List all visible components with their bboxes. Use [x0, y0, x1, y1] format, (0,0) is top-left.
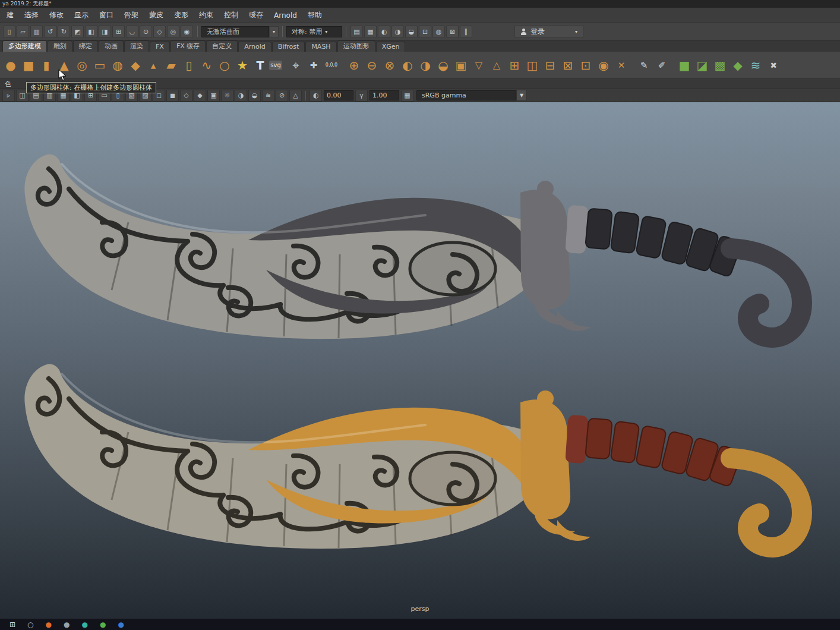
shelf-tab[interactable]: 动画: [99, 40, 124, 52]
shelf-poly-cylinder-icon[interactable]: ▮: [37, 54, 55, 77]
chevron-down-icon[interactable]: ▼: [516, 90, 527, 101]
shelf-uv-layout-icon[interactable]: ▩: [711, 54, 729, 77]
select-hierarchy-icon[interactable]: ◩: [71, 26, 84, 38]
shelf-wave-deform-icon[interactable]: ≋: [747, 54, 765, 77]
shelf-poly-pipe-icon[interactable]: ▯: [180, 54, 198, 77]
shelf-reduce-icon[interactable]: ▽: [470, 54, 488, 77]
menu-item[interactable]: 骨架: [119, 10, 144, 20]
menu-item[interactable]: 变形: [169, 10, 194, 20]
shelf-tab[interactable]: 雕刻: [48, 40, 72, 52]
symmetry-dropdown[interactable]: 对称: 禁用 ▾: [286, 26, 342, 37]
shelf-poly-platonic-icon[interactable]: ◆: [127, 54, 144, 77]
login-button[interactable]: 登录 ▾: [514, 25, 583, 38]
gamma-icon[interactable]: γ: [355, 90, 368, 102]
open-scene-icon[interactable]: ▱: [17, 26, 29, 38]
shelf-mirror-icon[interactable]: ◫: [523, 54, 541, 77]
wireframe-icon[interactable]: ◇: [180, 90, 192, 102]
separator[interactable]: [282, 54, 287, 77]
shelf-bevel-icon[interactable]: ⊟: [541, 54, 559, 77]
shelf-poly-helix-icon[interactable]: ∿: [198, 54, 216, 77]
taskbar-app-blue-icon[interactable]: ●: [118, 621, 124, 628]
xray-icon[interactable]: ⊘: [276, 90, 288, 102]
separator[interactable]: [340, 54, 345, 77]
taskbar-app-green-icon[interactable]: ●: [100, 621, 106, 628]
shelf-poly-plane-icon[interactable]: ▭: [91, 54, 109, 77]
render-view-icon[interactable]: ▦: [364, 26, 377, 38]
shadows-icon[interactable]: ◑: [235, 90, 247, 102]
snap-point-icon[interactable]: ⊙: [140, 26, 152, 38]
taskbar-app-gray-icon[interactable]: ●: [64, 621, 70, 628]
gamma-field[interactable]: 1.00: [370, 90, 399, 100]
menu-item[interactable]: 建: [1, 10, 19, 20]
shelf-quadrangulate-icon[interactable]: ⊞: [506, 54, 523, 77]
shelf-uv-unfold-icon[interactable]: ◪: [693, 54, 711, 77]
menu-item[interactable]: 修改: [44, 10, 69, 20]
taskbar-app-orange-icon[interactable]: ●: [46, 621, 52, 628]
safe-title-icon[interactable]: ◼: [166, 90, 179, 102]
shaded-icon[interactable]: ◆: [194, 90, 206, 102]
shelf-axis-align-icon[interactable]: ✚: [305, 54, 323, 77]
menu-item[interactable]: 控制: [219, 10, 244, 20]
snap-grid-icon[interactable]: ⊞: [112, 26, 125, 38]
shelf-poly-disc-icon[interactable]: ◍: [109, 54, 127, 77]
menu-item[interactable]: 约束: [194, 10, 219, 20]
menu-item[interactable]: Arnold: [269, 11, 302, 20]
separator[interactable]: [630, 54, 635, 77]
color-management-icon[interactable]: ▦: [401, 90, 413, 102]
shelf-uv-editor-icon[interactable]: ■: [675, 54, 693, 77]
exposure-icon[interactable]: ◐: [310, 90, 322, 102]
taskbar-search-icon[interactable]: ○: [27, 621, 33, 628]
menu-item[interactable]: 窗口: [94, 10, 119, 20]
shelf-boolean-union-icon[interactable]: ◐: [399, 54, 416, 77]
shelf-bridge-icon[interactable]: ⊠: [559, 54, 577, 77]
shelf-triangulate-icon[interactable]: △: [488, 54, 506, 77]
shelf-tab[interactable]: FX: [150, 42, 170, 52]
shelf-delete-history-icon[interactable]: ✖: [765, 54, 782, 77]
render-settings-icon[interactable]: ◒: [405, 26, 418, 38]
render-current-frame-icon[interactable]: ◐: [378, 26, 390, 38]
shelf-snap-align-icon[interactable]: ⌖: [287, 54, 305, 77]
shelf-boolean-difference-icon[interactable]: ◑: [416, 54, 434, 77]
isolate-select-icon[interactable]: △: [289, 90, 302, 102]
menu-item[interactable]: 选择: [19, 10, 44, 20]
new-scene-icon[interactable]: ▯: [3, 26, 15, 38]
view-transform-dropdown[interactable]: sRGB gamma ▼: [416, 90, 527, 101]
snap-view-icon[interactable]: ◎: [167, 26, 179, 38]
display-globals-icon[interactable]: ⊡: [419, 26, 431, 38]
make-live-icon[interactable]: ◉: [181, 26, 193, 38]
model-dagger-gold-textured[interactable]: [12, 362, 814, 564]
shelf-uv-cut-icon[interactable]: ◆: [729, 54, 747, 77]
ambient-occlusion-icon[interactable]: ◒: [248, 90, 261, 102]
shelf-poly-sphere-icon[interactable]: ●: [2, 54, 20, 77]
taskbar-app-teal-icon[interactable]: ●: [82, 621, 88, 628]
exposure-field[interactable]: 0.00: [324, 90, 353, 100]
panel-menu-item-shading[interactable]: 色: [5, 80, 11, 89]
snap-curve-icon[interactable]: ◡: [126, 26, 138, 38]
cut-section-icon[interactable]: ⊠: [446, 26, 459, 38]
shelf-separate-icon[interactable]: ⊖: [363, 54, 381, 77]
shelf-tab[interactable]: Bifrost: [272, 42, 305, 52]
shelf-merge-vertices-icon[interactable]: ◉: [595, 54, 612, 77]
shelf-tab[interactable]: Arnold: [238, 42, 271, 52]
redo-icon[interactable]: ↻: [58, 26, 70, 38]
shelf-tab[interactable]: 运动图形: [337, 40, 375, 52]
shelf-tab[interactable]: XGen: [376, 42, 406, 52]
shelf-tab[interactable]: FX 缓存: [170, 40, 206, 52]
undo-icon[interactable]: ↺: [44, 26, 56, 38]
shelf-tab[interactable]: 绑定: [73, 40, 98, 52]
separator[interactable]: [671, 54, 675, 77]
shelf-extract-icon[interactable]: ⊗: [381, 54, 399, 77]
ipr-render-icon[interactable]: ◑: [391, 26, 404, 38]
shelf-poly-cube-icon[interactable]: ■: [20, 54, 37, 77]
surface-dropdown-arrow[interactable]: ▾: [269, 26, 279, 37]
shelf-sculpt-tool-icon[interactable]: ✐: [653, 54, 671, 77]
shelf-poly-pyramid-icon[interactable]: ▴: [144, 54, 162, 77]
save-scene-icon[interactable]: ▥: [30, 26, 43, 38]
textured-icon[interactable]: ▣: [207, 90, 220, 102]
shelf-svg-tool-icon[interactable]: svg: [269, 61, 282, 70]
active-surface-field[interactable]: 无激活曲面: [201, 26, 269, 37]
shelf-quad-draw-icon[interactable]: ✎: [635, 54, 653, 77]
shelf-multi-cut-icon[interactable]: ✕: [612, 54, 630, 77]
taskbar-start-icon[interactable]: ⊞: [10, 621, 15, 628]
snap-plane-icon[interactable]: ◇: [153, 26, 166, 38]
